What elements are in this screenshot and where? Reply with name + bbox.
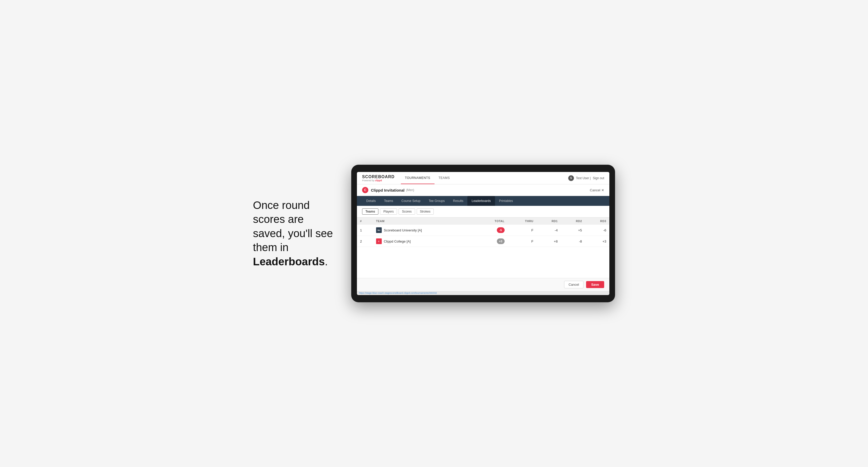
row2-rd3: +3 bbox=[585, 236, 609, 247]
nav-links: TOURNAMENTS TEAMS bbox=[401, 172, 454, 184]
row1-team-logo: SU bbox=[376, 227, 382, 233]
tablet-device: SCOREBOARD Powered by clippd TOURNAMENTS… bbox=[351, 165, 615, 302]
tournament-cancel-button[interactable]: Cancel ✕ bbox=[590, 188, 604, 192]
col-rd3: RD3 bbox=[585, 217, 609, 225]
footer-cancel-button[interactable]: Cancel bbox=[564, 281, 583, 288]
logo-powered: Powered by clippd bbox=[362, 179, 395, 182]
top-navigation: SCOREBOARD Powered by clippd TOURNAMENTS… bbox=[357, 172, 609, 184]
tab-leaderboards[interactable]: Leaderboards bbox=[467, 196, 495, 206]
user-name: Test User | bbox=[576, 176, 591, 180]
row2-team-name: Clippd College [A] bbox=[384, 240, 411, 243]
row2-score-badge: +3 bbox=[497, 239, 505, 244]
leaderboard-table: # TEAM TOTAL THRU RD1 RD2 RD3 1 bbox=[357, 217, 609, 247]
logo-scoreboard: SCOREBOARD bbox=[362, 175, 395, 179]
col-team: TEAM bbox=[373, 217, 476, 225]
tab-results[interactable]: Results bbox=[449, 196, 467, 206]
content-spacer bbox=[357, 247, 609, 278]
logo-area: SCOREBOARD Powered by clippd bbox=[362, 175, 395, 182]
tab-printables[interactable]: Printables bbox=[495, 196, 517, 206]
row2-thru: F bbox=[508, 236, 537, 247]
footer-save-button[interactable]: Save bbox=[586, 281, 604, 288]
footer: Cancel Save bbox=[357, 278, 609, 291]
leaderboard-table-container: # TEAM TOTAL THRU RD1 RD2 RD3 1 bbox=[357, 217, 609, 247]
row1-thru: F bbox=[508, 225, 537, 236]
sidebar-bold: Leaderboards bbox=[253, 255, 325, 268]
user-avatar: S bbox=[568, 175, 574, 181]
row2-rd1: +8 bbox=[536, 236, 561, 247]
row1-total: -5 bbox=[476, 225, 508, 236]
logo-clippd: clippd bbox=[375, 179, 382, 182]
nav-teams[interactable]: TEAMS bbox=[435, 172, 454, 184]
row2-rank: 2 bbox=[357, 236, 373, 247]
row1-rd1: -4 bbox=[536, 225, 561, 236]
tablet-screen: SCOREBOARD Powered by clippd TOURNAMENTS… bbox=[357, 172, 609, 295]
sidebar-description: Once round scores are saved, you'll see … bbox=[253, 198, 336, 269]
filter-players-button[interactable]: Players bbox=[380, 209, 397, 215]
col-rd1: RD1 bbox=[536, 217, 561, 225]
tournament-icon: C bbox=[362, 187, 368, 193]
tab-course-setup[interactable]: Course Setup bbox=[397, 196, 425, 206]
table-row: 2 C Clippd College [A] +3 F bbox=[357, 236, 609, 247]
url-bar: https://stage-blue-coach.stagescoredboar… bbox=[357, 291, 609, 295]
row2-total: +3 bbox=[476, 236, 508, 247]
filter-bar: Teams Players Scores Strokes bbox=[357, 206, 609, 217]
filter-scores-button[interactable]: Scores bbox=[399, 209, 415, 215]
col-rd2: RD2 bbox=[561, 217, 585, 225]
row1-rd2: +5 bbox=[561, 225, 585, 236]
col-total: TOTAL bbox=[476, 217, 508, 225]
tournament-title: Clippd Invitational bbox=[371, 188, 404, 192]
sub-navigation: Details Teams Course Setup Tee Groups Re… bbox=[357, 196, 609, 206]
nav-tournaments[interactable]: TOURNAMENTS bbox=[401, 172, 435, 184]
sign-out-button[interactable]: Sign out bbox=[593, 176, 604, 180]
tab-teams[interactable]: Teams bbox=[380, 196, 397, 206]
tab-tee-groups[interactable]: Tee Groups bbox=[425, 196, 449, 206]
row2-team-logo: C bbox=[376, 239, 382, 244]
cancel-x-icon: ✕ bbox=[601, 188, 604, 192]
filter-teams-button[interactable]: Teams bbox=[362, 209, 378, 215]
tournament-header: C Clippd Invitational (Men) Cancel ✕ bbox=[357, 184, 609, 196]
col-thru: THRU bbox=[508, 217, 537, 225]
tournament-subtitle: (Men) bbox=[406, 188, 414, 192]
row1-rank: 1 bbox=[357, 225, 373, 236]
col-rank: # bbox=[357, 217, 373, 225]
row2-team: C Clippd College [A] bbox=[373, 236, 476, 247]
row1-rd3: -6 bbox=[585, 225, 609, 236]
filter-strokes-button[interactable]: Strokes bbox=[417, 209, 434, 215]
row1-score-badge: -5 bbox=[497, 227, 505, 233]
table-row: 1 SU Scoreboard University [A] -5 F bbox=[357, 225, 609, 236]
row2-rd2: -8 bbox=[561, 236, 585, 247]
table-header-row: # TEAM TOTAL THRU RD1 RD2 RD3 bbox=[357, 217, 609, 225]
nav-right: S Test User | Sign out bbox=[568, 175, 604, 181]
tab-details[interactable]: Details bbox=[362, 196, 380, 206]
row1-team: SU Scoreboard University [A] bbox=[373, 225, 476, 236]
row1-team-name: Scoreboard University [A] bbox=[384, 228, 422, 232]
